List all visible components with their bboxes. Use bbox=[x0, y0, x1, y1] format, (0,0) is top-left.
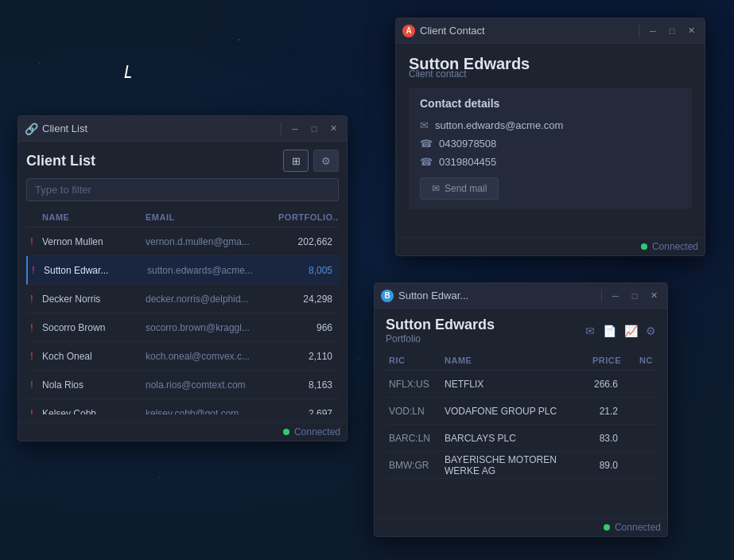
contact-phone1-row: ☎ 0430978508 bbox=[420, 138, 681, 150]
filter-input[interactable] bbox=[26, 178, 339, 201]
price: 266.6 bbox=[569, 379, 624, 390]
row-indicator: ! bbox=[26, 408, 37, 415]
table-row[interactable]: ! Vernon Mullen vernon.d.mullen@gma... 2… bbox=[26, 228, 339, 256]
titlebar-sep bbox=[639, 25, 639, 37]
row-indicator: ! bbox=[26, 322, 37, 333]
client-list-title: Client List bbox=[26, 153, 95, 169]
row-portfolio: 8,163 bbox=[275, 379, 339, 391]
portfolio-name: Sutton Edwards bbox=[386, 317, 495, 333]
table-row[interactable]: ! Nola Rios nola.rios@comtext.com 8,163 bbox=[26, 371, 339, 399]
portfolio-actions: ✉ 📄 📈 ⚙ bbox=[585, 325, 656, 337]
portfolio-close-button[interactable]: ✕ bbox=[647, 289, 661, 303]
row-name: Decker Norris bbox=[39, 294, 142, 305]
pcol-name: NAME bbox=[441, 354, 569, 367]
portfolio-window: B Sutton Edwar... ─ □ ✕ Sutton Edwards P… bbox=[374, 282, 668, 537]
client-contact-maximize-button[interactable]: □ bbox=[665, 24, 679, 38]
client-contact-close-button[interactable]: ✕ bbox=[684, 24, 698, 38]
client-list-window: 🔗 Client List ─ □ ✕ Client List ⊞ ⚙ NAME… bbox=[17, 115, 348, 441]
contact-phone2-row: ☎ 0319804455 bbox=[420, 156, 681, 168]
table-row[interactable]: ! Koch Oneal koch.oneal@comvex.c... 2,11… bbox=[26, 342, 339, 371]
client-list-titlebar: 🔗 Client List ─ □ ✕ bbox=[18, 116, 347, 142]
table-row[interactable]: ! Kelsey Cobb kelsey.cobb@qot.com 2,697 bbox=[26, 399, 339, 414]
stock-name: BAYERISCHE MOTOREN WERKE AG bbox=[441, 454, 569, 476]
portfolio-chart-button[interactable]: 📈 bbox=[624, 325, 638, 337]
status-dot bbox=[604, 524, 610, 531]
send-mail-button[interactable]: ✉ Send mail bbox=[420, 177, 499, 200]
row-indicator: ! bbox=[26, 236, 37, 247]
contact-email-row: ✉ sutton.edwards@acme.com bbox=[420, 119, 681, 131]
portfolio-minimize-button[interactable]: ─ bbox=[608, 289, 623, 303]
grid-view-button[interactable]: ⊞ bbox=[283, 150, 309, 172]
row-indicator: ! bbox=[26, 351, 37, 362]
client-list-icon: 🔗 bbox=[25, 122, 37, 135]
titlebar-sep bbox=[601, 290, 602, 302]
pcol-nc: NC bbox=[624, 354, 656, 367]
client-contact-titlebar: A Client Contact ─ □ ✕ bbox=[396, 18, 705, 44]
client-contact-tab-label: Client Contact bbox=[420, 25, 632, 37]
stock-name: NETFLIX bbox=[441, 379, 569, 390]
stock-name: BARCLAYS PLC bbox=[441, 433, 569, 444]
status-text: Connected bbox=[615, 522, 661, 533]
client-list-maximize-button[interactable]: □ bbox=[307, 122, 321, 136]
ric: BARC:LN bbox=[386, 433, 441, 444]
row-name: Nola Rios bbox=[39, 379, 142, 391]
portfolio-table-row[interactable]: BMW:GR BAYERISCHE MOTOREN WERKE AG 89.0 bbox=[386, 452, 656, 479]
pcol-price: PRICE bbox=[569, 354, 624, 367]
portfolio-tab-label: Sutton Edwar... bbox=[398, 290, 595, 301]
row-indicator: ! bbox=[26, 379, 37, 391]
portfolio-subtitle: Portfolio bbox=[386, 333, 495, 344]
client-list-tab-label: Client List bbox=[42, 122, 274, 134]
contact-details-box: Contact details ✉ sutton.edwards@acme.co… bbox=[409, 88, 692, 209]
portfolio-maximize-button[interactable]: □ bbox=[627, 289, 642, 303]
settings-button[interactable]: ⚙ bbox=[313, 150, 339, 172]
table-body: ! Vernon Mullen vernon.d.mullen@gma... 2… bbox=[26, 228, 339, 414]
client-list-close-button[interactable]: ✕ bbox=[326, 122, 340, 136]
contact-name-section: Sutton Edwards Client contact bbox=[409, 55, 692, 80]
portfolio-email-button[interactable]: ✉ bbox=[585, 325, 595, 337]
price: 89.0 bbox=[569, 460, 624, 471]
row-portfolio: 966 bbox=[275, 322, 339, 333]
contact-email: sutton.edwards@acme.com bbox=[435, 119, 563, 131]
price: 21.2 bbox=[569, 406, 624, 417]
ric: VOD:LN bbox=[386, 406, 441, 417]
client-contact-body: Sutton Edwards Client contact Contact de… bbox=[396, 44, 705, 237]
client-contact-window: A Client Contact ─ □ ✕ Sutton Edwards Cl… bbox=[395, 18, 705, 256]
table-row[interactable]: ! Sutton Edwar... sutton.edwards@acme...… bbox=[26, 256, 339, 285]
row-email: kelsey.cobb@qot.com bbox=[142, 408, 275, 415]
client-table: NAME EMAIL PORTFOLIO... ! Vernon Mullen … bbox=[26, 208, 339, 414]
settings-icon: ⚙ bbox=[321, 155, 331, 167]
portfolio-icon: B bbox=[381, 290, 394, 302]
portfolio-table: RIC NAME PRICE NC NFLX:US NETFLIX 266.6 … bbox=[386, 351, 656, 510]
pcol-ric: RIC bbox=[386, 354, 441, 367]
row-name: Vernon Mullen bbox=[39, 236, 142, 247]
client-contact-minimize-button[interactable]: ─ bbox=[646, 24, 660, 38]
row-portfolio: 8,005 bbox=[275, 265, 339, 276]
stock-name: VODAFONE GROUP PLC bbox=[441, 406, 569, 417]
table-row[interactable]: ! Socorro Brown socorro.brown@kraggl... … bbox=[26, 313, 339, 342]
status-text: Connected bbox=[294, 426, 340, 438]
col-email: EMAIL bbox=[142, 211, 275, 224]
send-mail-icon: ✉ bbox=[432, 183, 440, 194]
client-list-body: Client List ⊞ ⚙ NAME EMAIL PORTFOLIO... … bbox=[18, 142, 347, 422]
client-list-header: Client List ⊞ ⚙ bbox=[26, 150, 339, 172]
grid-icon: ⊞ bbox=[292, 155, 301, 167]
status-dot bbox=[283, 429, 289, 435]
portfolio-document-button[interactable]: 📄 bbox=[603, 325, 616, 337]
client-list-minimize-button[interactable]: ─ bbox=[288, 122, 302, 136]
portfolio-name-section: Sutton Edwards Portfolio bbox=[386, 317, 495, 344]
contact-phone2: 0319804455 bbox=[439, 156, 496, 168]
row-email: socorro.brown@kraggl... bbox=[142, 322, 275, 333]
client-contact-icon: A bbox=[402, 25, 415, 37]
portfolio-table-row[interactable]: VOD:LN VODAFONE GROUP PLC 21.2 bbox=[386, 398, 656, 425]
portfolio-settings-button[interactable]: ⚙ bbox=[646, 325, 656, 337]
send-mail-label: Send mail bbox=[445, 183, 487, 194]
portfolio-table-row[interactable]: NFLX:US NETFLIX 266.6 bbox=[386, 371, 656, 398]
row-name: Kelsey Cobb bbox=[39, 408, 142, 415]
client-list-actions: ⊞ ⚙ bbox=[283, 150, 339, 172]
ric: NFLX:US bbox=[386, 379, 441, 390]
table-row[interactable]: ! Decker Norris decker.norris@delphid...… bbox=[26, 285, 339, 313]
portfolio-body: Sutton Edwards Portfolio ✉ 📄 📈 ⚙ RIC NAM… bbox=[375, 309, 667, 518]
row-email: vernon.d.mullen@gma... bbox=[142, 236, 275, 247]
col-name: NAME bbox=[39, 211, 142, 224]
portfolio-table-row[interactable]: BARC:LN BARCLAYS PLC 83.0 bbox=[386, 425, 656, 452]
